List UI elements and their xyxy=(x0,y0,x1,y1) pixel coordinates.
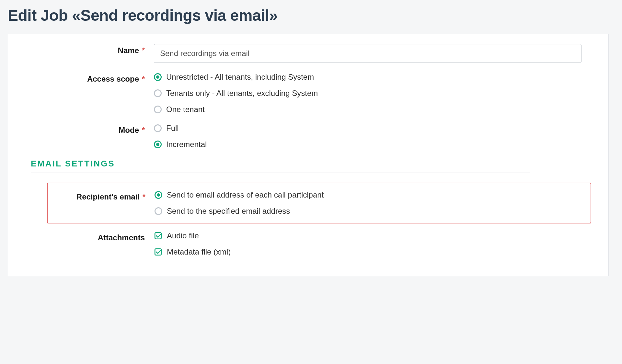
attachment-metadata-file[interactable]: Metadata file (xml) xyxy=(154,247,599,256)
recipient-specified-address[interactable]: Send to the specified email address xyxy=(155,207,587,216)
option-label: One tenant xyxy=(166,105,205,114)
page-title: Edit Job «Send recordings via email» xyxy=(8,6,614,24)
email-settings-heading: EMAIL SETTINGS xyxy=(31,159,599,169)
mode-incremental[interactable]: Incremental xyxy=(154,140,599,149)
option-label: Unrestricted - All tenants, including Sy… xyxy=(166,73,314,82)
option-label: Send to email address of each call parti… xyxy=(167,190,324,199)
radio-icon xyxy=(154,124,162,132)
option-label: Incremental xyxy=(166,140,207,149)
required-marker: * xyxy=(142,126,145,134)
svg-rect-0 xyxy=(155,233,161,239)
checkbox-checked-icon xyxy=(154,248,162,256)
row-attachments: Attachments Audio file xyxy=(18,231,599,256)
required-marker: * xyxy=(143,192,145,201)
section-divider xyxy=(31,173,530,173)
required-marker: * xyxy=(142,74,145,83)
row-recipient-email: Recipient's email * Send to email addres… xyxy=(48,190,587,216)
access-scope-unrestricted[interactable]: Unrestricted - All tenants, including Sy… xyxy=(154,73,599,82)
label-name: Name * xyxy=(18,44,154,55)
row-name: Name * xyxy=(18,44,599,63)
recipient-email-highlight: Recipient's email * Send to email addres… xyxy=(47,183,591,223)
option-label: Audio file xyxy=(167,231,199,240)
row-mode: Mode * Full Incremental xyxy=(18,124,599,149)
mode-full[interactable]: Full xyxy=(154,124,599,133)
checkbox-checked-icon xyxy=(154,232,162,240)
option-label: Full xyxy=(166,124,179,133)
attachment-audio-file[interactable]: Audio file xyxy=(154,231,599,240)
option-label: Tenants only - All tenants, excluding Sy… xyxy=(166,89,318,98)
option-label: Send to the specified email address xyxy=(167,207,290,216)
mode-options: Full Incremental xyxy=(154,124,599,149)
label-access-scope: Access scope * xyxy=(18,73,154,84)
label-mode: Mode * xyxy=(18,124,154,135)
radio-icon xyxy=(155,207,162,215)
svg-rect-1 xyxy=(155,249,161,255)
recipient-each-participant[interactable]: Send to email address of each call parti… xyxy=(155,190,587,199)
access-scope-options: Unrestricted - All tenants, including Sy… xyxy=(154,73,599,114)
label-attachments: Attachments xyxy=(18,231,154,242)
required-marker: * xyxy=(142,46,145,55)
radio-icon xyxy=(154,106,162,113)
access-scope-one-tenant[interactable]: One tenant xyxy=(154,105,599,114)
label-recipient-email: Recipient's email * xyxy=(48,190,155,201)
radio-icon xyxy=(154,73,162,81)
radio-icon xyxy=(154,89,162,97)
access-scope-tenants-only[interactable]: Tenants only - All tenants, excluding Sy… xyxy=(154,89,599,98)
name-input[interactable] xyxy=(154,44,582,63)
radio-icon xyxy=(155,191,162,199)
radio-icon xyxy=(154,141,162,148)
recipient-email-options: Send to email address of each call parti… xyxy=(155,190,587,216)
row-access-scope: Access scope * Unrestricted - All tenant… xyxy=(18,73,599,114)
form-panel: Name * Access scope * Unrestricted - All… xyxy=(8,34,609,276)
option-label: Metadata file (xml) xyxy=(167,247,231,256)
attachments-options: Audio file Metadata file (xml) xyxy=(154,231,599,256)
